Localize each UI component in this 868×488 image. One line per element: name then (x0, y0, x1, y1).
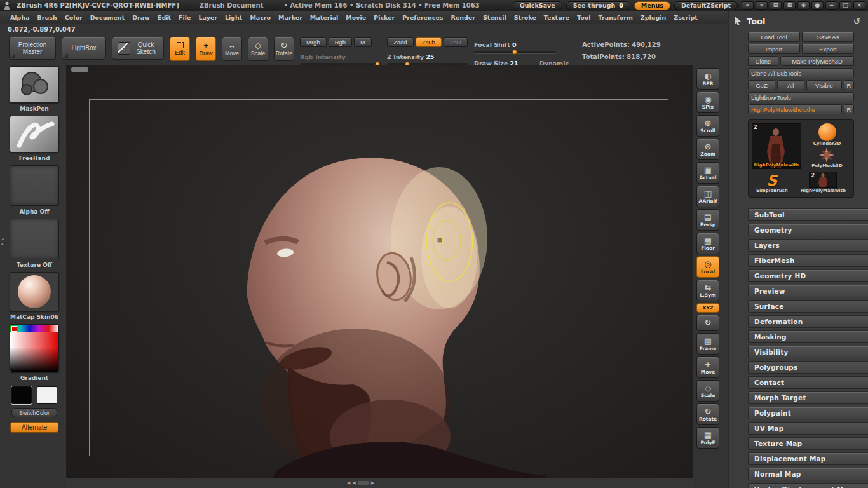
shelf-spin-button[interactable]: ↻ (696, 315, 719, 331)
scroll-track[interactable] (358, 481, 369, 485)
hue-bar[interactable] (10, 325, 58, 332)
saturation-value-square[interactable] (10, 332, 58, 372)
goz-r-button[interactable]: R (844, 80, 854, 90)
restore-configuration-icon[interactable]: ↺ (853, 17, 860, 26)
minimize-icon[interactable]: − (825, 1, 837, 10)
default-zscript-button[interactable]: DefaultZScript (674, 1, 738, 10)
menu-item-stencil[interactable]: Stencil (479, 12, 510, 23)
focal-shift-track[interactable] (474, 51, 555, 53)
menu-item-stroke[interactable]: Stroke (510, 12, 540, 23)
recent-tool[interactable]: 2 HighPolyMalewith (801, 172, 846, 194)
quicksave-button[interactable]: QuickSave (513, 1, 562, 10)
shelf-persp-button[interactable]: ▤Persp (696, 209, 719, 231)
session-record-icon[interactable]: ● (811, 1, 824, 10)
active-tool-thumbnail[interactable]: 2 HighPolyMalewith (752, 123, 801, 169)
right-tray-toggle-icon[interactable]: » (756, 1, 768, 10)
section-uv-map[interactable]: UV Map (748, 422, 868, 435)
section-polygroups[interactable]: Polygroups (748, 361, 868, 374)
menu-item-brush[interactable]: Brush (34, 12, 61, 23)
active-tool-r-button[interactable]: R (844, 104, 854, 114)
cylinder3d-tool[interactable]: Cylinder3D (813, 123, 841, 147)
m-button[interactable]: M (354, 37, 372, 47)
section-deformation[interactable]: Deformation (748, 315, 868, 328)
shelf-xyz-button[interactable]: XYZ (696, 303, 719, 313)
menu-item-render[interactable]: Render (447, 12, 479, 23)
current-alpha-thumb[interactable] (10, 165, 59, 206)
edit-button[interactable]: Edit (170, 37, 190, 61)
section-masking[interactable]: Masking (748, 330, 868, 343)
layout-split-icon[interactable]: ⊟ (770, 1, 782, 10)
menu-item-edit[interactable]: Edit (154, 12, 175, 23)
scroll-left-icon[interactable]: ◀ (347, 480, 350, 485)
shelf-local-button[interactable]: ◎Local (696, 256, 719, 278)
menu-item-preferences[interactable]: Preferences (398, 12, 447, 23)
current-stroke-thumb[interactable] (10, 116, 59, 152)
shelf-rotate-button[interactable]: ↻Rotate (696, 403, 719, 425)
save-as-button[interactable]: Save As (802, 32, 854, 42)
close-icon[interactable]: × (853, 1, 865, 10)
shelf-aahalf-button[interactable]: ◫AAHalf (696, 186, 719, 207)
active-tool-name-button[interactable]: HighPolyMalewithclothe (748, 104, 842, 114)
scroll-right-icon[interactable]: ▶ (371, 480, 374, 485)
menu-item-draw[interactable]: Draw (128, 12, 154, 23)
left-tray-resize-handle[interactable]: ◂ ▸ (0, 236, 5, 247)
section-geometry[interactable]: Geometry (748, 224, 868, 236)
menu-item-color[interactable]: Color (61, 12, 86, 23)
sculpt-model-head[interactable] (228, 138, 546, 478)
menus-toggle-button[interactable]: Menus (634, 1, 670, 10)
export-button[interactable]: Export (802, 44, 854, 54)
menu-item-document[interactable]: Document (86, 12, 128, 23)
section-layers[interactable]: Layers (748, 239, 868, 252)
shelf-actual-button[interactable]: ▣Actual (696, 162, 719, 184)
shelf-bpr-button[interactable]: ◐BPR (696, 68, 719, 90)
color-picker[interactable] (10, 324, 59, 372)
secondary-color-swatch[interactable] (37, 386, 57, 404)
current-texture-thumb[interactable] (10, 219, 59, 259)
menu-item-light[interactable]: Light (221, 12, 246, 23)
document-canvas[interactable] (66, 65, 693, 478)
menu-item-transform[interactable]: Transform (595, 12, 637, 23)
zcut-button[interactable]: Zcut (444, 37, 468, 47)
section-vector-displacement-map[interactable]: Vector Displacement Map (748, 483, 868, 488)
menu-item-material[interactable]: Material (306, 12, 342, 23)
section-surface[interactable]: Surface (748, 300, 868, 313)
canvas-hscrollbar[interactable]: ◀ ◀ ▶ (347, 480, 374, 485)
lightbox-tools-button[interactable]: Lightbox▸Tools (748, 92, 854, 102)
z-intensity-slider[interactable]: Z Intensity 25 (387, 50, 468, 65)
import-button[interactable]: Import (748, 44, 800, 54)
menu-item-movie[interactable]: Movie (342, 12, 370, 23)
zadd-button[interactable]: Zadd (387, 37, 414, 47)
goz-all-button[interactable]: All (777, 80, 804, 90)
section-geometry-hd[interactable]: Geometry HD (748, 269, 868, 282)
menu-item-macro[interactable]: Macro (246, 12, 275, 23)
shelf-frame-button[interactable]: ▩Frame (696, 333, 719, 355)
focal-shift-slider[interactable]: Focal Shift 0 (474, 37, 569, 53)
mrgb-button[interactable]: Mrgb (300, 37, 327, 47)
menu-item-picker[interactable]: Picker (370, 12, 398, 23)
rgb-button[interactable]: Rgb (329, 37, 352, 47)
move-button[interactable]: ↔ Move (222, 37, 242, 61)
alternate-button[interactable]: Alternate (10, 422, 58, 433)
section-normal-map[interactable]: Normal Map (748, 468, 868, 480)
simplebrush-tool[interactable]: S SimpleBrush (756, 173, 788, 194)
zsub-button[interactable]: Zsub (416, 37, 442, 47)
main-color-swatch[interactable] (11, 386, 32, 404)
section-subtool[interactable]: SubTool (748, 208, 868, 221)
goz-button[interactable]: GoZ (748, 80, 775, 90)
rotate-button[interactable]: ↻ Rotate (274, 37, 294, 61)
menu-item-alpha[interactable]: Alpha (6, 12, 34, 23)
shelf-move-button[interactable]: +Move (696, 356, 719, 378)
scale-button[interactable]: ◇ Scale (248, 37, 268, 61)
scroll-left2-icon[interactable]: ◀ (352, 480, 355, 485)
shelf-scroll-button[interactable]: ⊕Scroll (696, 115, 719, 137)
section-fibermesh[interactable]: FiberMesh (748, 254, 868, 267)
section-visibility[interactable]: Visibility (748, 346, 868, 358)
shelf-zoom-button[interactable]: ⊙Zoom (696, 139, 719, 160)
menu-item-layer[interactable]: Layer (194, 12, 221, 23)
canvas-hscroll-handle[interactable] (71, 67, 88, 72)
section-polypaint[interactable]: Polypaint (748, 407, 868, 419)
maximize-icon[interactable]: □ (839, 1, 851, 10)
projection-master-button[interactable]: Projection Master (9, 37, 56, 60)
quick-sketch-button[interactable]: Quick Sketch (112, 37, 164, 60)
current-material-thumb[interactable] (10, 272, 59, 311)
